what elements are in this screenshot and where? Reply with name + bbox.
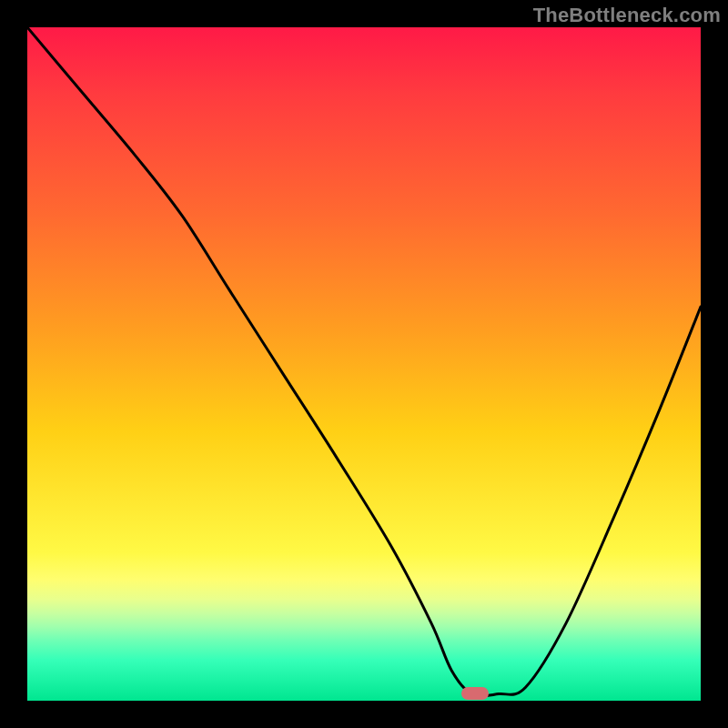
plot-area (27, 27, 701, 701)
bottleneck-curve (27, 27, 701, 696)
curve-svg (27, 27, 701, 701)
optimal-marker (461, 687, 489, 700)
watermark-text: TheBottleneck.com (533, 4, 721, 27)
chart-frame: TheBottleneck.com (0, 0, 728, 728)
